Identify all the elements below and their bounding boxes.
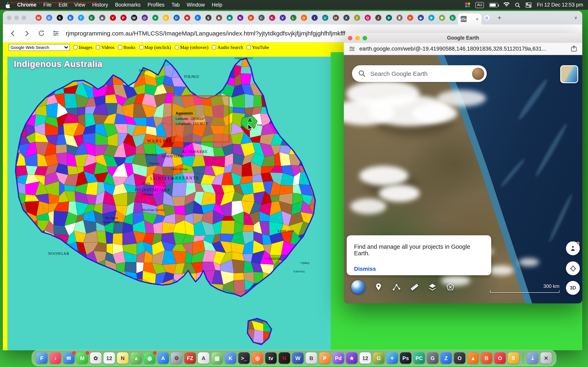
pinned-tab[interactable]: J [373,11,383,25]
pinned-tab[interactable]: M [33,11,44,25]
dock-pages-icon[interactable]: P [319,352,330,364]
globe-icon[interactable] [351,280,365,294]
menu-item-tab[interactable]: Tab [172,2,180,8]
zoom-window-button[interactable] [22,16,26,20]
battery-icon[interactable] [489,3,498,7]
menu-item-window[interactable]: Window [187,2,205,8]
pinned-tab[interactable]: W [129,11,139,25]
dock-terminal-icon[interactable]: >_ [238,352,250,364]
wifi-icon[interactable] [503,2,510,7]
menu-item-profiles[interactable]: Profiles [148,2,164,8]
pinned-tab[interactable]: V [277,11,288,25]
dock-photoshop-icon[interactable]: Ps [400,352,411,364]
back-icon[interactable] [9,29,17,37]
menu-bar-clock[interactable]: Fri 12 Dec 12:53 pm [537,2,583,8]
reload-icon[interactable] [37,29,45,37]
dock-imovie-icon[interactable]: ★ [346,352,357,364]
google-tab[interactable]: G [481,11,492,25]
dock-vlc-icon[interactable]: ▲ [467,352,479,364]
checkbox-videos[interactable]: Videos [96,45,114,50]
control-center-icon[interactable] [526,2,532,8]
dock-podcasts-icon[interactable]: Pd [333,352,344,364]
open-in-chrome-icon[interactable] [571,45,577,52]
tab-close-icon[interactable]: × [476,17,479,21]
ge-search-bar[interactable]: Search Google Earth [352,65,487,82]
pentagon-x-icon[interactable] [446,283,455,292]
tab-search-chevron-icon[interactable]: ∨ [574,15,577,20]
dock-app-store-icon[interactable]: A [157,352,169,364]
pinned-tab[interactable]: ♞ [214,11,224,25]
checkbox-books[interactable]: Books [118,45,135,50]
dock-maps-icon[interactable]: ▲ [130,352,142,364]
dock-system-settings-icon[interactable]: ⚙ [171,352,182,364]
site-settings-icon[interactable] [52,29,60,37]
dock-photos-icon[interactable]: ✿ [90,352,102,364]
pinned-tab[interactable]: Q [362,11,373,25]
pinned-tab[interactable]: G [44,11,54,25]
pinned-tab[interactable]: ✚ [426,11,437,25]
pinned-tab[interactable]: ✶ [405,11,415,25]
dock-numbers-icon[interactable]: ▦ [211,352,223,364]
pinned-tab[interactable]: ✱ [437,11,447,25]
layers-icon[interactable] [428,283,437,292]
pinned-tab[interactable]: B [65,11,76,25]
apple-icon[interactable] [5,2,10,8]
dock-opera-icon[interactable]: O [494,352,506,364]
checkbox-map-onclick[interactable]: Map (onclick) [139,45,171,50]
search-engine-select[interactable]: Google Web Search [9,44,70,51]
overview-minimap[interactable] [560,65,578,83]
pinned-tab[interactable]: ✚ [182,11,192,25]
pinned-tab[interactable]: Z [352,11,362,25]
dismiss-button[interactable]: Dismiss [354,266,376,272]
ge-site-settings-icon[interactable] [349,45,355,52]
dock-netflix-icon[interactable]: N [279,352,290,364]
draw-path-icon[interactable] [392,283,401,292]
spotlight-icon[interactable] [515,2,520,8]
dock-music-icon[interactable]: ♪ [50,352,61,364]
dock-chrome-icon[interactable]: G [373,352,384,364]
pinned-tab[interactable]: T [76,11,86,25]
dock-filezilla-icon[interactable]: FZ [184,352,196,364]
pinned-tab[interactable]: ⊕ [224,11,235,25]
pinned-tab[interactable]: N [235,11,245,25]
dock-zoom-icon[interactable]: Z [440,352,452,364]
3d-toggle-button[interactable]: 3D [566,281,580,295]
new-tab-button[interactable]: + [494,13,504,23]
active-tab[interactable]: \u25c6 × [458,13,481,25]
pinned-tab[interactable]: I [309,11,320,25]
dock-keynote-icon[interactable]: K [225,352,236,364]
pinned-tab[interactable]: ◈ [97,11,107,25]
input-source-icon[interactable]: AU [475,2,484,8]
dock-brave-icon[interactable]: B [481,352,492,364]
dock-sketch-icon[interactable]: S [508,352,519,364]
add-placemark-icon[interactable] [374,283,383,292]
dock-messages-icon[interactable]: M [77,352,88,364]
indigenous-australia-map[interactable]: Indigenous Australia TORRES STRAITDarwin… [7,57,331,350]
pinned-tab[interactable]: S [54,11,65,25]
pinned-tab[interactable]: U [320,11,330,25]
checkbox-audio-search[interactable]: Audio Search [212,45,243,50]
dock-obs-icon[interactable]: O [454,352,465,364]
dock-downloads-icon[interactable]: ⇣ [527,352,538,364]
dock-tv-icon[interactable]: tv [265,352,277,364]
forward-icon[interactable] [23,29,31,37]
close-window-button[interactable] [7,16,11,20]
menu-item-help[interactable]: Help [212,2,222,8]
dock-bold-doc-icon[interactable]: B [306,352,317,364]
pinned-tab[interactable]: ♜ [394,11,405,25]
pinned-tab[interactable]: H [330,11,341,25]
satellite-view[interactable]: Search Google Earth Find and manage all … [344,55,582,303]
pinned-tab[interactable]: E [86,11,97,25]
pegman-button[interactable] [566,242,580,255]
account-avatar[interactable] [472,67,484,80]
pinned-tab[interactable]: ✣ [383,11,394,25]
australia-image-map[interactable] [7,57,331,350]
dock-gimp-icon[interactable]: G [427,352,438,364]
dock-trash-icon[interactable]: ✕ [540,352,552,364]
pinned-tab[interactable]: K [267,11,277,25]
pinned-tab[interactable]: Y [107,11,118,25]
pinned-tab[interactable]: R [245,11,256,25]
pinned-tab[interactable]: ◈ [415,11,426,25]
dock-finder-icon[interactable]: F [36,352,48,364]
dock-safari-icon[interactable]: ✧ [387,352,398,364]
